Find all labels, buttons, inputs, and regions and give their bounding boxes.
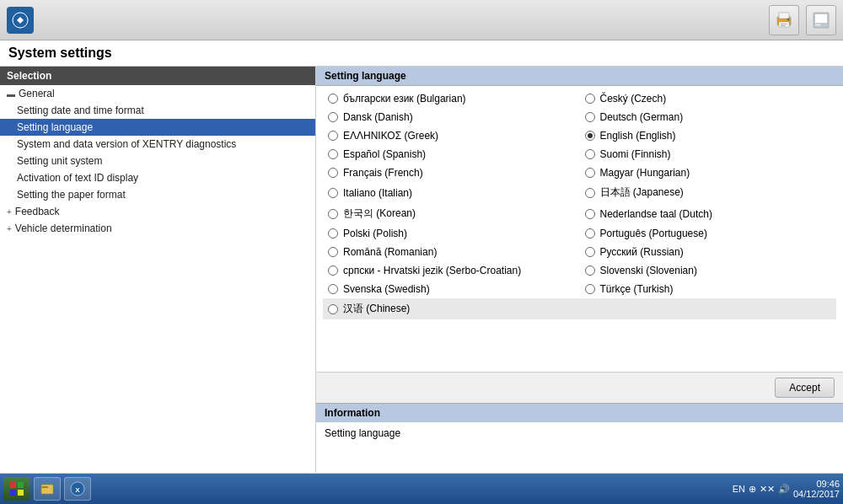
vehicle-label: Vehicle determination [15, 223, 112, 234]
taskbar-xentry[interactable]: X [64, 477, 91, 501]
radio-german[interactable] [585, 112, 595, 122]
radio-bulgarian[interactable] [328, 94, 338, 104]
sidebar-item-unit-system[interactable]: Setting unit system [0, 153, 315, 169]
radio-finnish[interactable] [585, 149, 595, 159]
lang-portuguese[interactable]: Português (Portuguese) [580, 224, 837, 243]
svg-rect-5 [781, 25, 786, 26]
svg-rect-14 [41, 485, 53, 494]
svg-rect-11 [18, 482, 24, 488]
lang-finnish[interactable]: Suomi (Finnish) [580, 145, 837, 164]
page-title: System settings [0, 40, 843, 67]
title-bar-left [7, 7, 34, 34]
lang-dutch[interactable]: Nederlandse taal (Dutch) [580, 203, 837, 224]
radio-english[interactable] [585, 131, 595, 141]
svg-rect-2 [779, 13, 789, 19]
radio-italian[interactable] [328, 188, 338, 198]
language-panel-header: Setting language [316, 67, 843, 86]
svg-rect-13 [18, 490, 24, 496]
clock-time: 09:46 [793, 479, 840, 489]
radio-french[interactable] [328, 168, 338, 178]
tree-group-vehicle[interactable]: + Vehicle determination [0, 220, 315, 237]
lang-spanish[interactable]: Español (Spanish) [323, 145, 580, 164]
taskbar-file-manager[interactable] [34, 477, 61, 501]
radio-swedish[interactable] [328, 284, 338, 294]
radio-spanish[interactable] [328, 149, 338, 159]
lang-czech[interactable]: Český (Czech) [580, 89, 837, 108]
lang-slovenian[interactable]: Slovenski (Slovenian) [580, 261, 837, 280]
radio-polish[interactable] [328, 228, 338, 239]
app-logo [7, 7, 34, 34]
sidebar-item-paper-format[interactable]: Setting the paper format [0, 186, 315, 203]
svg-rect-10 [10, 482, 16, 488]
tree-group-feedback[interactable]: + Feedback [0, 203, 315, 220]
language-grid-container[interactable]: български език (Bulgarian) Český (Czech)… [316, 86, 843, 372]
radio-russian[interactable] [585, 247, 595, 257]
tray-icon2: ✕✕ [760, 484, 775, 495]
radio-romanian[interactable] [328, 247, 338, 257]
lang-turkish[interactable]: Türkçe (Turkish) [580, 280, 837, 298]
tray-icon3: 🔊 [778, 484, 790, 495]
main-content: Selection ▬ General Setting date and tim… [0, 67, 843, 473]
expand-icon-feedback: + [7, 207, 12, 217]
radio-slovenian[interactable] [585, 265, 595, 276]
lang-french[interactable]: Français (French) [323, 164, 580, 182]
svg-rect-8 [815, 14, 827, 23]
lang-hungarian[interactable]: Magyar (Hungarian) [580, 164, 837, 182]
lang-bulgarian[interactable]: български език (Bulgarian) [323, 89, 580, 108]
radio-greek[interactable] [328, 131, 338, 141]
radio-danish[interactable] [328, 112, 338, 122]
tray-en: EN [733, 484, 745, 494]
lang-italian[interactable]: Italiano (Italian) [323, 182, 580, 203]
print-button[interactable] [769, 5, 799, 35]
lang-polish[interactable]: Polski (Polish) [323, 224, 580, 243]
lang-greek[interactable]: ΕΛΛΗΝΙΚΟΣ (Greek) [323, 126, 580, 145]
info-content: Setting language [316, 422, 843, 473]
clock-date: 04/12/2017 [793, 489, 840, 499]
sidebar-item-language[interactable]: Setting language [0, 119, 315, 136]
taskbar: X EN ⊕ ✕✕ 🔊 09:46 04/12/2017 [0, 474, 843, 504]
lang-serbian[interactable]: српски - Hrvatski jezik (Serbo-Croatian) [323, 261, 580, 280]
lang-chinese[interactable]: 汉语 (Chinese) [323, 298, 836, 319]
info-header: Information [316, 403, 843, 422]
radio-hungarian[interactable] [585, 168, 595, 178]
radio-chinese[interactable] [328, 304, 338, 314]
help-button[interactable] [806, 5, 836, 35]
radio-turkish[interactable] [585, 284, 595, 294]
left-panel: Selection ▬ General Setting date and tim… [0, 67, 316, 473]
radio-czech[interactable] [585, 94, 595, 104]
sidebar-item-text-id[interactable]: Activation of text ID display [0, 169, 315, 186]
expand-icon-general: ▬ [7, 89, 15, 99]
tray-icon1: ⊕ [749, 484, 756, 495]
accept-row: Accept [316, 372, 843, 403]
general-label: General [19, 88, 55, 99]
lang-romanian[interactable]: Română (Romanian) [323, 243, 580, 261]
lang-japanese[interactable]: 日本語 (Japanese) [580, 182, 837, 203]
accept-button[interactable]: Accept [775, 378, 835, 398]
svg-rect-9 [815, 24, 820, 26]
radio-portuguese[interactable] [585, 228, 595, 239]
lang-swedish[interactable]: Svenska (Swedish) [323, 280, 580, 298]
title-bar [0, 0, 843, 40]
taskbar-clock: 09:46 04/12/2017 [793, 479, 840, 499]
selection-header: Selection [0, 67, 315, 85]
radio-japanese[interactable] [585, 188, 595, 198]
lang-russian[interactable]: Русский (Russian) [580, 243, 837, 261]
feedback-label: Feedback [15, 206, 60, 217]
svg-rect-12 [10, 490, 16, 496]
svg-text:X: X [75, 486, 80, 494]
lang-korean[interactable]: 한국의 (Korean) [323, 203, 580, 224]
start-button[interactable] [3, 477, 30, 501]
title-bar-right [769, 5, 836, 35]
radio-dutch[interactable] [585, 209, 595, 219]
radio-serbian[interactable] [328, 265, 338, 276]
lang-danish[interactable]: Dansk (Danish) [323, 108, 580, 126]
language-grid: български език (Bulgarian) Český (Czech)… [316, 89, 843, 319]
sidebar-item-date-time[interactable]: Setting date and time format [0, 102, 315, 119]
svg-rect-15 [41, 486, 48, 488]
lang-german[interactable]: Deutsch (German) [580, 108, 837, 126]
radio-korean[interactable] [328, 209, 338, 219]
tree-group-general[interactable]: ▬ General [0, 85, 315, 102]
sidebar-item-xentry-version[interactable]: System and data version of XENTRY diagno… [0, 136, 315, 153]
svg-point-6 [787, 18, 790, 20]
lang-english[interactable]: English (English) [580, 126, 837, 145]
